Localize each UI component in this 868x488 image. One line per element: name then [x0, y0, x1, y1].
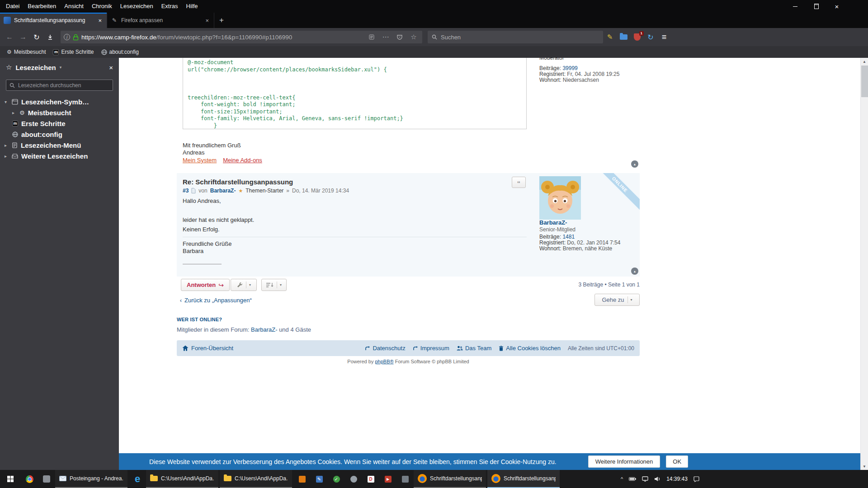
scroll-up-arrow-icon[interactable]: ▲ [861, 58, 868, 65]
pinned-app-icon-4[interactable]: ✎ [311, 470, 328, 488]
menu-ansicht[interactable]: Ansicht [60, 0, 88, 13]
post-count-link[interactable]: 39999 [562, 65, 577, 71]
twisty-right-icon[interactable]: ▸ [5, 154, 9, 159]
goto-button[interactable]: Gehe zu ▾ [594, 294, 640, 306]
tab-close-icon[interactable]: × [97, 17, 103, 24]
cookie-ok-button[interactable]: OK [666, 455, 688, 468]
avatar[interactable] [539, 176, 581, 220]
tab-close-icon[interactable]: × [204, 17, 210, 24]
twisty-down-icon[interactable]: ▾ [5, 99, 9, 104]
bookmark-erste-schritte[interactable]: m Erste Schritte [50, 47, 97, 57]
scroll-down-arrow-icon[interactable]: ▼ [861, 463, 868, 470]
twisty-right-icon[interactable]: ▸ [5, 143, 9, 148]
adblocker-button[interactable]: 1 [630, 31, 644, 43]
bookmark-about-config[interactable]: about:config [98, 47, 142, 57]
scroll-to-top-button[interactable]: ▲ [631, 267, 638, 275]
reader-mode-icon[interactable] [366, 34, 377, 40]
phpbb-link[interactable]: phpBB® [375, 359, 393, 364]
mein-system-link[interactable]: Mein System [183, 157, 217, 164]
taskbar-firefox-window-1[interactable]: Schriftdarstellungsanp... [414, 470, 486, 488]
hamburger-menu-button[interactable]: ≡ [657, 31, 671, 43]
action-center-icon[interactable] [693, 476, 699, 482]
meine-addons-link[interactable]: Meine Add-ons [223, 157, 262, 164]
taskbar-explorer-window-2[interactable]: C:\Users\Andi\AppDa... [220, 470, 292, 488]
post-count-link[interactable]: 1481 [562, 234, 575, 240]
author-link[interactable]: BarbaraZ- [210, 188, 236, 194]
pinned-app-icon-1[interactable] [21, 470, 38, 488]
post-title[interactable]: Re: Schriftdarstellungsanpassung [183, 178, 293, 186]
pinned-app-icon-2[interactable] [38, 470, 55, 488]
restore-button[interactable] [806, 0, 826, 13]
vertical-scrollbar[interactable]: ▲ ▼ [860, 58, 868, 470]
footer-link-label: Das Team [465, 345, 491, 352]
pinned-app-icon-7[interactable]: D [362, 470, 379, 488]
site-info-icon[interactable]: i [64, 34, 70, 40]
pencil-extension-button[interactable]: ✎ [603, 31, 617, 43]
close-button[interactable]: × [826, 0, 847, 13]
tree-item-erste-schritte[interactable]: m Erste Schritte [0, 118, 119, 129]
delete-cookies-link[interactable]: Alle Cookies löschen [499, 345, 561, 352]
twisty-right-icon[interactable]: ▸ [12, 110, 16, 115]
tree-item-lesezeichen-menu[interactable]: ▸ Lesezeichen-Menü [0, 140, 119, 150]
search-bar[interactable]: Suchen [428, 31, 603, 43]
menu-hilfe[interactable]: Hilfe [182, 0, 202, 13]
menu-lesezeichen[interactable]: Lesezeichen [116, 0, 157, 13]
das-team-link[interactable]: Das Team [457, 345, 491, 352]
pocket-icon[interactable] [394, 34, 405, 40]
menu-chronik[interactable]: Chronik [88, 0, 116, 13]
pinned-app-icon-3[interactable] [293, 470, 311, 488]
tab-customize[interactable]: ✎ Firefox anpassen × [107, 13, 214, 28]
cookie-more-info-button[interactable]: Weitere Informationen [588, 455, 660, 468]
tray-expand-icon[interactable]: ^ [621, 476, 623, 482]
chevron-down-icon[interactable]: ▾ [60, 65, 62, 70]
menu-bearbeiten[interactable]: Bearbeiten [24, 0, 60, 13]
pinned-app-icon-5[interactable]: ✓ [328, 470, 345, 488]
page-actions-icon[interactable]: ⋯ [380, 33, 391, 41]
profile-name-link[interactable]: BarbaraZ- [539, 219, 567, 226]
reload-button[interactable]: ↻ [30, 31, 43, 43]
speaker-icon[interactable] [654, 476, 660, 482]
quote-button[interactable]: “ [512, 177, 526, 188]
scrollbar-thumb[interactable] [861, 66, 868, 97]
download-button[interactable] [43, 31, 57, 43]
online-user-link[interactable]: BarbaraZ- [251, 326, 278, 333]
bookmark-meistbesucht[interactable]: ⚙ Meistbesucht [4, 47, 49, 57]
forward-button[interactable]: → [16, 31, 30, 43]
network-icon[interactable] [642, 476, 648, 482]
forum-index-link[interactable]: Foren-Übersicht [182, 345, 233, 352]
minimize-button[interactable] [785, 0, 806, 13]
taskbar-explorer-window-1[interactable]: C:\Users\Andi\AppDa... [146, 470, 218, 488]
battery-icon[interactable] [629, 477, 636, 481]
https-lock-icon[interactable] [73, 37, 78, 40]
pinned-app-icon-6[interactable] [345, 470, 362, 488]
start-button[interactable] [0, 470, 21, 488]
sidebar-title[interactable]: Lesezeichen [15, 64, 56, 71]
folder-extension-button[interactable] [617, 31, 630, 43]
scroll-to-top-button[interactable]: ▲ [631, 160, 638, 168]
datenschutz-link[interactable]: Datenschutz [365, 345, 405, 352]
tree-item-meistbesucht[interactable]: ▸ ⚙ Meistbesucht [0, 107, 119, 118]
new-tab-button[interactable]: + [214, 13, 229, 28]
menu-extras[interactable]: Extras [157, 0, 182, 13]
edge-browser-icon[interactable]: e [129, 470, 146, 488]
pinned-app-icon-9[interactable] [396, 470, 414, 488]
taskbar-clock[interactable]: 14:39:43 [666, 476, 688, 482]
bookmark-star-icon[interactable]: ☆ [408, 33, 419, 41]
menu-datei[interactable]: Datei [2, 0, 24, 13]
url-bar[interactable]: i https://www.camp-firefox.de/forum/view… [61, 31, 422, 43]
url-text[interactable]: https://www.camp-firefox.de/forum/viewto… [81, 34, 363, 41]
post-number-link[interactable]: #3 [183, 188, 189, 194]
impressum-link[interactable]: Impressum [413, 345, 449, 352]
taskbar-mail-window[interactable]: Posteingang - Andrea... [55, 470, 127, 488]
sync-extension-button[interactable]: ↻ [644, 31, 657, 43]
back-to-forum-link[interactable]: ‹ Zurück zu „Anpassungen“ [180, 297, 252, 304]
tab-forum[interactable]: Schriftdarstellungsanpassung × [0, 13, 107, 28]
back-button[interactable]: ← [3, 31, 16, 43]
tree-item-about-config[interactable]: about:config [0, 129, 119, 140]
sidebar-close-icon[interactable]: × [109, 64, 113, 71]
tree-item-weitere-lesezeichen[interactable]: ▸ Weitere Lesezeichen [0, 150, 119, 161]
taskbar-firefox-window-2[interactable]: Schriftdarstellungsanp... [487, 470, 560, 488]
pinned-app-icon-8[interactable]: ▶ [379, 470, 396, 488]
tree-item-lesezeichen-symbolleiste[interactable]: ▾ Lesezeichen-Symb… [0, 96, 119, 107]
sidebar-search-input[interactable]: Lesezeichen durchsuchen [6, 80, 113, 91]
